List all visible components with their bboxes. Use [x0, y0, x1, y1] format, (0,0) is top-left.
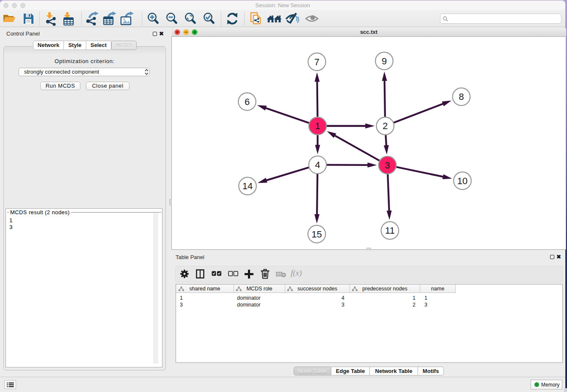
- svg-text:3: 3: [385, 160, 390, 171]
- svg-text:2: 2: [383, 121, 388, 131]
- svg-text:8: 8: [459, 91, 464, 102]
- svg-text:14: 14: [242, 181, 253, 191]
- svg-text:4: 4: [315, 160, 320, 170]
- svg-text:9: 9: [382, 56, 387, 66]
- svg-text:10: 10: [457, 176, 468, 186]
- svg-text:7: 7: [314, 57, 319, 67]
- svg-text:6: 6: [245, 97, 250, 107]
- svg-text:15: 15: [311, 229, 322, 240]
- svg-text:1: 1: [315, 121, 320, 131]
- svg-text:11: 11: [385, 225, 395, 236]
